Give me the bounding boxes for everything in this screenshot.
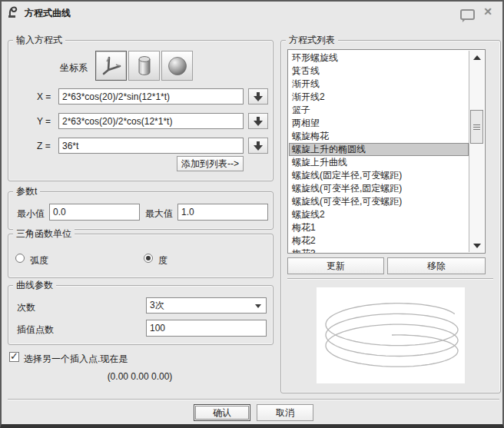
insert-point-coords: (0.00 0.00 0.00) bbox=[8, 371, 272, 382]
list-item[interactable]: 梅花3 bbox=[289, 247, 469, 253]
trig-unit-group-title: 三角函数单位 bbox=[13, 228, 75, 239]
equation-curve-dialog: 方程式曲线 ✕ 输入方程式 坐标系 bbox=[0, 0, 504, 428]
spherical-coord-button[interactable] bbox=[161, 51, 193, 81]
chevron-down-icon bbox=[255, 304, 261, 308]
interp-points-input[interactable] bbox=[146, 320, 267, 337]
list-item[interactable]: 螺旋上升的椭圆线 bbox=[289, 143, 469, 156]
list-item[interactable]: 渐开线2 bbox=[289, 91, 469, 104]
list-item[interactable]: 螺旋线2 bbox=[289, 208, 469, 221]
list-item[interactable]: 螺旋线(固定半径,可变螺距) bbox=[289, 169, 469, 182]
app-icon bbox=[7, 5, 20, 18]
degree-dropdown[interactable]: 3次 bbox=[146, 297, 267, 314]
x-equation-label: X = bbox=[37, 91, 51, 102]
y-insert-arrow-button[interactable] bbox=[248, 113, 268, 129]
parameter-t-group-title: 参数t bbox=[13, 186, 40, 197]
z-insert-arrow-button[interactable] bbox=[248, 138, 268, 154]
remove-button[interactable]: 移除 bbox=[387, 257, 486, 274]
curve-param-group-title: 曲线参数 bbox=[13, 280, 56, 290]
coord-system-label: 坐标系 bbox=[60, 61, 88, 75]
min-value-label: 最小值 bbox=[17, 207, 45, 221]
update-button[interactable]: 更新 bbox=[287, 257, 384, 274]
spiral-preview-image bbox=[317, 287, 465, 383]
right-separator bbox=[287, 278, 493, 280]
min-value-input[interactable] bbox=[49, 204, 140, 221]
check-icon: ✓ bbox=[10, 350, 18, 362]
sphere-icon bbox=[166, 55, 189, 78]
list-item[interactable]: 环形螺旋线 bbox=[289, 51, 469, 65]
degree-radio[interactable] bbox=[144, 254, 153, 263]
degree-radio-label: 度 bbox=[158, 254, 167, 267]
radian-radio[interactable] bbox=[15, 254, 25, 263]
curve-preview bbox=[317, 287, 465, 383]
axes-icon bbox=[100, 55, 123, 78]
scrollbar-thumb[interactable] bbox=[470, 110, 483, 144]
cancel-button[interactable]: 取消 bbox=[257, 404, 313, 421]
confirm-button[interactable]: 确认 bbox=[194, 404, 250, 421]
list-scrollbar[interactable] bbox=[469, 51, 484, 252]
list-item[interactable]: 螺旋梅花 bbox=[289, 130, 469, 143]
window-title: 方程式曲线 bbox=[25, 7, 71, 20]
equation-list: 环形螺旋线箕舌线渐开线渐开线2篮子两相望螺旋梅花螺旋上升的椭圆线螺旋上升曲线螺旋… bbox=[289, 51, 469, 253]
scroll-down-icon[interactable] bbox=[469, 240, 484, 251]
max-value-label: 最大值 bbox=[145, 207, 173, 221]
input-equation-group-title: 输入方程式 bbox=[13, 35, 65, 45]
z-equation-label: Z = bbox=[37, 141, 51, 151]
max-value-input[interactable] bbox=[177, 204, 268, 221]
cylinder-icon bbox=[133, 55, 156, 78]
y-equation-label: Y = bbox=[37, 116, 51, 127]
footer-separator bbox=[8, 399, 499, 400]
list-item[interactable]: 箕舌线 bbox=[289, 65, 469, 78]
equation-list-group-title: 方程式列表 bbox=[286, 35, 338, 45]
cylindrical-coord-button[interactable] bbox=[128, 51, 160, 81]
degree-label: 次数 bbox=[17, 301, 35, 314]
comment-icon[interactable] bbox=[460, 9, 475, 20]
equation-listbox: 环形螺旋线箕舌线渐开线渐开线2篮子两相望螺旋梅花螺旋上升的椭圆线螺旋上升曲线螺旋… bbox=[287, 49, 486, 254]
insert-point-checkbox[interactable]: ✓ bbox=[9, 352, 19, 362]
add-to-list-button[interactable]: 添加到列表--> bbox=[177, 156, 244, 171]
y-equation-input[interactable] bbox=[58, 113, 244, 129]
cartesian-coord-button[interactable] bbox=[95, 51, 127, 81]
close-icon[interactable]: ✕ bbox=[481, 5, 495, 18]
list-item[interactable]: 渐开线 bbox=[289, 78, 469, 91]
x-equation-input[interactable] bbox=[58, 88, 244, 105]
list-item[interactable]: 螺旋上升曲线 bbox=[289, 156, 469, 169]
list-item[interactable]: 篮子 bbox=[289, 104, 469, 117]
x-insert-arrow-button[interactable] bbox=[248, 88, 268, 105]
degree-dropdown-value: 3次 bbox=[150, 299, 164, 312]
list-item[interactable]: 螺旋线(可变半径,可变螺距) bbox=[289, 195, 469, 208]
z-equation-input[interactable] bbox=[58, 138, 244, 154]
title-bar: 方程式曲线 ✕ bbox=[2, 2, 502, 23]
list-item[interactable]: 螺旋线(可变半径,固定螺距) bbox=[289, 182, 469, 195]
list-item[interactable]: 两相望 bbox=[289, 117, 469, 130]
list-item[interactable]: 梅花2 bbox=[289, 234, 469, 247]
list-item[interactable]: 梅花1 bbox=[289, 221, 469, 234]
radian-radio-label: 弧度 bbox=[30, 254, 48, 267]
scroll-up-icon[interactable] bbox=[469, 51, 484, 63]
interp-points-label: 插值点数 bbox=[17, 323, 54, 337]
insert-point-checkbox-label: 选择另一个插入点.现在是 bbox=[24, 353, 128, 366]
grip-icon bbox=[473, 124, 480, 130]
